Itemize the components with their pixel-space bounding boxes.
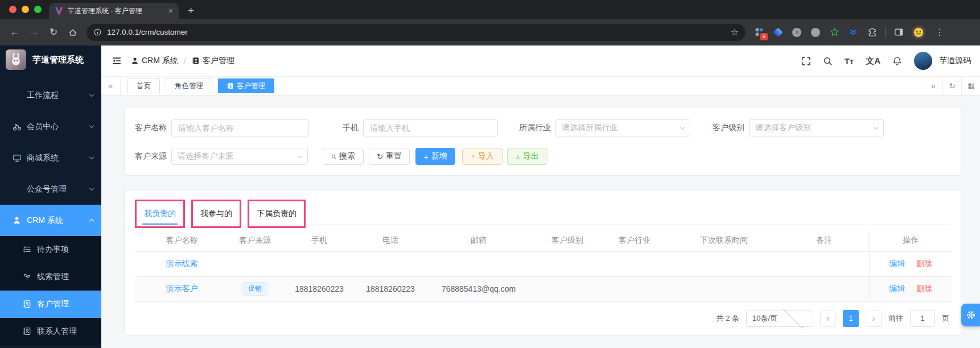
- forward-icon[interactable]: →: [26, 24, 42, 40]
- sidebar-collapse-icon[interactable]: [112, 56, 122, 66]
- font-size-icon[interactable]: Tт: [845, 56, 854, 66]
- customer-name-input[interactable]: [171, 119, 309, 136]
- browser-tab[interactable]: 芋道管理系统 - 客户管理 ×: [49, 3, 179, 19]
- language-icon[interactable]: 文A: [866, 56, 880, 67]
- total-count: 共 2 条: [717, 313, 739, 324]
- annotation-box: 下属负责的: [248, 200, 306, 228]
- fullscreen-icon[interactable]: [801, 56, 811, 66]
- mobile-input[interactable]: [363, 119, 498, 136]
- table-header-row: 客户名称 客户来源 手机 电话 邮箱 客户级别 客户行业 下次联系时间 备注 操…: [135, 230, 952, 251]
- tab-my-responsible[interactable]: 我负责的: [142, 209, 178, 225]
- home-icon[interactable]: [65, 24, 81, 40]
- settings-gear-button[interactable]: [961, 304, 980, 326]
- source-select[interactable]: 请选择客户来源: [171, 148, 308, 165]
- app-logo[interactable]: 芋道管理系统: [0, 45, 101, 74]
- bicycle-icon: [13, 122, 22, 131]
- window-zoom-button[interactable]: [34, 6, 42, 13]
- reset-button[interactable]: ↻ 重置: [369, 148, 410, 165]
- chevron-down-icon: [298, 153, 302, 158]
- edit-link[interactable]: 编辑: [889, 284, 905, 293]
- extension-diamond-icon[interactable]: [772, 27, 784, 38]
- sidebar-item-workflow[interactable]: 工作流程: [0, 80, 101, 111]
- chevron-down-icon: [89, 186, 94, 190]
- new-tab-button[interactable]: +: [188, 3, 194, 18]
- url-text[interactable]: 127.0.0.1/crm/customer: [107, 28, 726, 36]
- seedling-icon: [23, 272, 32, 281]
- delete-link[interactable]: 删除: [916, 284, 932, 293]
- back-icon[interactable]: ←: [7, 24, 23, 40]
- address-book-icon: [23, 300, 32, 309]
- gear-icon: [966, 310, 976, 320]
- extensions-puzzle-icon[interactable]: [866, 27, 878, 38]
- extension-record-icon[interactable]: [810, 27, 821, 38]
- address-bar[interactable]: 127.0.0.1/crm/customer ☆: [87, 24, 746, 41]
- window-minimize-button[interactable]: [22, 6, 29, 13]
- username[interactable]: 芋道源码: [939, 56, 971, 66]
- breadcrumb-customer[interactable]: 客户管理: [192, 56, 234, 66]
- window-close-button[interactable]: [9, 6, 17, 13]
- table-row[interactable]: 演示客户 促销 18818260223 18818260223 76888541…: [135, 276, 952, 301]
- industry-label: 所属行业: [519, 123, 551, 133]
- chevron-up-icon: [89, 219, 94, 223]
- breadcrumb-crm[interactable]: CRM 系统: [131, 56, 178, 66]
- chevron-down-icon: [89, 155, 94, 159]
- table-card: 我负责的 我参与的 下属负责的: [124, 190, 961, 335]
- tab-my-participated[interactable]: 我参与的: [199, 209, 234, 225]
- extension-tampermonkey-icon[interactable]: 6: [753, 27, 765, 38]
- user-avatar[interactable]: [914, 52, 932, 70]
- bookmark-star-icon[interactable]: ☆: [731, 27, 739, 38]
- sidebar-item-todo[interactable]: 待办事项: [0, 236, 101, 263]
- chevron-down-icon: [874, 125, 878, 129]
- page-size-select[interactable]: 10条/页: [746, 310, 813, 327]
- tag-role[interactable]: 角色管理: [166, 78, 212, 93]
- tab-subordinate[interactable]: 下属负责的: [255, 209, 298, 225]
- bell-icon[interactable]: [892, 56, 902, 66]
- site-info-icon[interactable]: [93, 28, 102, 36]
- tags-layout-icon[interactable]: [961, 77, 980, 95]
- import-button[interactable]: 导入: [462, 148, 503, 165]
- customer-name-link[interactable]: 演示客户: [166, 284, 198, 293]
- crm-submenu: 待办事项 线索管理: [0, 236, 101, 345]
- side-panel-icon[interactable]: [893, 27, 904, 38]
- sidebar-item-mall[interactable]: 商城系统: [0, 142, 101, 173]
- tags-scroll-right-icon[interactable]: »: [924, 77, 942, 95]
- browser-menu-icon[interactable]: ⋮: [933, 27, 946, 38]
- search-button[interactable]: 搜索: [323, 148, 364, 165]
- delete-link[interactable]: 删除: [916, 259, 932, 268]
- pagination: 共 2 条 10条/页 ‹ 1 › 前往 页: [135, 310, 950, 327]
- browser-titlebar: 芋道管理系统 - 客户管理 × +: [0, 0, 980, 19]
- extension-chevrons-icon[interactable]: [847, 27, 859, 38]
- user-icon: [131, 57, 139, 65]
- tag-home[interactable]: 首页: [127, 78, 160, 93]
- plus-icon: +: [423, 152, 429, 161]
- tags-refresh-icon[interactable]: ↻: [942, 77, 961, 95]
- industry-select[interactable]: 请选择所属行业: [555, 119, 690, 136]
- customer-name-link[interactable]: 演示线索: [166, 259, 198, 268]
- current-page-button[interactable]: 1: [843, 310, 859, 327]
- next-page-button[interactable]: ›: [866, 310, 882, 327]
- sidebar-item-wechat[interactable]: 公众号管理: [0, 173, 101, 205]
- level-select[interactable]: 请选择客户级别: [749, 119, 884, 136]
- sidebar-item-member[interactable]: 会员中心: [0, 111, 101, 142]
- search-icon[interactable]: [823, 56, 833, 66]
- sidebar-item-clue[interactable]: 线索管理: [0, 263, 101, 291]
- profile-avatar[interactable]: [912, 26, 925, 39]
- tags-scroll-left-icon[interactable]: «: [101, 77, 121, 95]
- export-button[interactable]: 导出: [507, 148, 547, 165]
- annotation-box: 我负责的: [135, 200, 185, 228]
- prev-page-button[interactable]: ‹: [820, 310, 836, 327]
- extension-gray-icon[interactable]: [791, 27, 802, 38]
- sidebar-item-contact[interactable]: 联系人管理: [0, 318, 101, 345]
- reload-icon[interactable]: ↻: [46, 24, 61, 40]
- app-title: 芋道管理系统: [32, 55, 84, 65]
- upload-icon: [471, 153, 475, 160]
- tag-customer[interactable]: 客户管理: [218, 78, 274, 93]
- table-row[interactable]: 演示线索 编辑 删除: [135, 251, 952, 276]
- extension-star-icon[interactable]: [829, 27, 840, 38]
- edit-link[interactable]: 编辑: [889, 259, 905, 268]
- sidebar-item-crm[interactable]: CRM 系统: [0, 205, 101, 236]
- sidebar-item-customer[interactable]: 客户管理: [0, 291, 101, 318]
- tab-close-icon[interactable]: ×: [168, 7, 173, 15]
- add-button[interactable]: + 新增: [415, 148, 455, 165]
- goto-page-input[interactable]: [910, 310, 935, 327]
